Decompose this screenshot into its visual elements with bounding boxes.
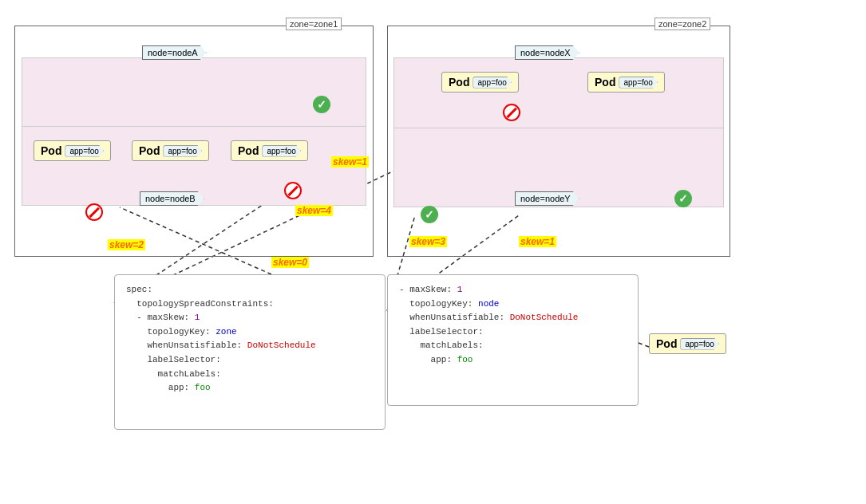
pod-tag: app=foo [65,145,103,157]
yaml-box-left: spec: topologySpreadConstraints: - maxSk… [114,274,386,430]
zone2-label: zone=zone2 [654,18,710,30]
skew-label-4: skew=0 [271,257,309,268]
pod-zone2-2: Pod app=foo [587,72,665,93]
nodeA-label: node=nodeA [142,45,207,60]
yaml-box-right: - maxSkew: 1 topologyKey: node whenUnsat… [387,274,639,406]
skew-label-5: skew=3 [409,236,447,247]
pod-tag: app=foo [619,77,657,89]
pod-text: Pod [595,76,615,89]
pod-tag: app=foo [680,338,718,350]
skew-label-1: skew=1 [331,156,369,167]
nodeB-label: node=nodeB [140,191,204,206]
pod-text: Pod [449,76,469,89]
pod-zone1-1: Pod app=foo [34,140,111,161]
pod-text: Pod [41,144,61,157]
pod-zone1-2: Pod app=foo [132,140,209,161]
nodeY-label: node=nodeY [515,191,579,206]
pod-text: Pod [656,337,677,350]
pod-text: Pod [139,144,160,157]
pod-tag: app=foo [262,145,300,157]
pod-tag: app=foo [163,145,201,157]
nodeX-area [393,57,724,133]
pod-standalone: Pod app=foo [649,333,726,354]
skew-label-2: skew=4 [295,205,333,216]
no-icon-1 [503,104,520,121]
skew-label-6: skew=1 [519,236,556,247]
check-icon-3: ✓ [421,206,438,223]
no-icon-3 [85,203,103,221]
check-icon-1: ✓ [313,96,330,113]
pod-zone1-3: Pod app=foo [231,140,308,161]
check-icon-2: ✓ [674,190,692,207]
nodeA-area [22,57,366,133]
zone1-label: zone=zone1 [286,18,342,30]
no-icon-2 [284,182,302,199]
skew-label-3: skew=2 [108,239,145,250]
diagram-container: zone=zone1 zone=zone2 node=nodeA node=no… [0,0,866,504]
pod-tag: app=foo [473,77,511,89]
nodeX-label: node=nodeX [515,45,579,60]
pod-text: Pod [238,144,259,157]
pod-zone2-1: Pod app=foo [441,72,519,93]
